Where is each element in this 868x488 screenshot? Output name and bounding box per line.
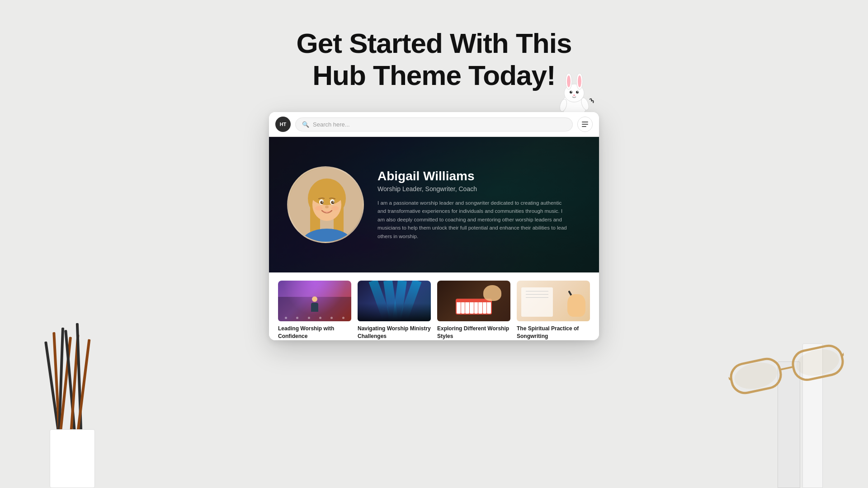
card-4-image <box>517 281 590 321</box>
main-heading: Get Started With This Hub Theme Today! <box>276 27 592 92</box>
heading-line1: Get Started With This <box>297 28 572 59</box>
svg-point-33 <box>333 202 334 202</box>
hero-bio: I am a passionate worship leader and son… <box>377 199 567 240</box>
card-2-title: Navigating Worship Ministry Challenges <box>358 325 431 340</box>
card-3-image <box>437 281 510 321</box>
cards-row: Leading Worship with Confidence Navigati… <box>278 281 590 340</box>
svg-point-27 <box>310 180 344 205</box>
svg-point-32 <box>322 202 323 202</box>
stage-person-icon <box>310 296 319 312</box>
avatar <box>287 166 364 243</box>
hero-title: Worship Leader, Songwriter, Coach <box>377 185 567 192</box>
card-3[interactable]: Exploring Different Worship Styles <box>437 281 510 340</box>
browser-window: HT 🔍 Search here... <box>269 112 599 340</box>
svg-point-14 <box>576 91 579 94</box>
svg-point-34 <box>325 206 329 208</box>
card-3-title: Exploring Different Worship Styles <box>437 325 510 340</box>
hero-text-block: Abigail Williams Worship Leader, Songwri… <box>377 169 567 240</box>
search-icon: 🔍 <box>302 121 309 128</box>
heading-line2: Hub Theme Today! <box>312 60 555 91</box>
search-bar[interactable]: 🔍 Search here... <box>295 117 573 131</box>
card-2[interactable]: Navigating Worship Ministry Challenges <box>358 281 431 340</box>
svg-point-37 <box>331 206 339 211</box>
hero-section: Abigail Williams Worship Leader, Songwri… <box>269 137 599 272</box>
svg-point-36 <box>315 206 322 211</box>
card-1[interactable]: Leading Worship with Confidence <box>278 281 351 340</box>
svg-point-30 <box>321 201 324 204</box>
svg-point-13 <box>570 91 572 94</box>
keyboard-icon <box>456 299 492 314</box>
svg-point-15 <box>571 91 572 92</box>
svg-point-16 <box>577 91 578 92</box>
rabbit-mascot <box>552 67 597 117</box>
svg-point-10 <box>567 75 571 87</box>
card-2-image <box>358 281 431 321</box>
hero-name: Abigail Williams <box>377 169 567 183</box>
svg-point-17 <box>573 94 576 96</box>
svg-point-31 <box>331 201 335 204</box>
search-placeholder: Search here... <box>313 121 350 128</box>
card-1-image <box>278 281 351 321</box>
site-logo: HT <box>275 117 291 132</box>
hamburger-icon <box>582 122 588 127</box>
menu-button[interactable] <box>577 117 593 132</box>
content-section: Leading Worship with Confidence Navigati… <box>269 272 599 340</box>
card-1-title: Leading Worship with Confidence <box>278 325 351 340</box>
browser-toolbar: HT 🔍 Search here... <box>269 112 599 137</box>
card-4-title: The Spiritual Practice of Songwriting <box>517 325 590 340</box>
svg-point-12 <box>578 75 581 87</box>
svg-line-2 <box>780 367 793 370</box>
card-4[interactable]: The Spiritual Practice of Songwriting <box>517 281 590 340</box>
